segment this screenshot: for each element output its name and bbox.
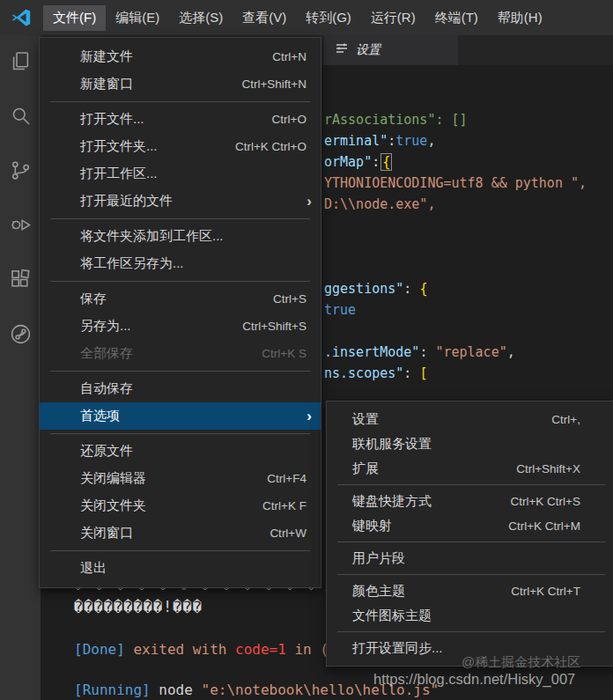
- menu-item-label: 将工作区另存为...: [80, 255, 306, 272]
- remote-explorer-icon: [9, 322, 33, 350]
- menubar-item-edit[interactable]: 编辑(E): [106, 5, 169, 31]
- menu-item-shortcut: Ctrl+Shift+X: [516, 462, 580, 475]
- source-control-icon: [9, 158, 33, 186]
- search-icon: [9, 104, 33, 131]
- menu-item-save-all[interactable]: 全部保存Ctrl+K S: [40, 340, 321, 367]
- menu-item-label: 颜色主题: [352, 583, 511, 600]
- menu-item-save-workspace-as[interactable]: 将工作区另存为...: [40, 250, 321, 277]
- menubar-item-selection[interactable]: 选择(S): [169, 5, 233, 31]
- menu-item-open-recent[interactable]: 打开最近的文件›: [40, 188, 321, 215]
- submenu-item-keymaps[interactable]: 键映射Ctrl+K Ctrl+M: [327, 513, 613, 538]
- submenu-item-online-settings[interactable]: 联机服务设置: [327, 431, 613, 456]
- menubar-item-help[interactable]: 帮助(H): [488, 5, 552, 31]
- menu-item-label: 退出: [80, 560, 306, 577]
- menu-item-shortcut: Ctrl+K Ctrl+O: [235, 140, 306, 153]
- menu-item-shortcut: Ctrl+W: [270, 527, 306, 540]
- menu-item-save[interactable]: 保存Ctrl+S: [40, 285, 321, 313]
- menu-item-label: 关闭文件夹: [80, 497, 262, 514]
- menu-item-auto-save[interactable]: 自动保存: [40, 375, 321, 402]
- activity-item-extensions[interactable]: [0, 254, 41, 308]
- run-debug-icon: [9, 213, 33, 240]
- code-line: true: [324, 301, 356, 319]
- menu-item-label: 设置: [352, 411, 551, 428]
- terminal-line: ���������!���: [74, 598, 203, 615]
- menu-item-label: 关闭编辑器: [80, 470, 267, 487]
- menu-separator: [50, 101, 310, 102]
- menu-item-save-as[interactable]: 另存为...Ctrl+Shift+S: [40, 313, 321, 340]
- code-line: ns.scopes": [: [324, 365, 427, 382]
- menu-item-shortcut: Ctrl+Shift+N: [241, 77, 306, 91]
- menu-item-label: 用户片段: [352, 550, 580, 567]
- submenu-item-file-icon-theme[interactable]: 文件图标主题: [327, 603, 613, 628]
- submenu-item-keyboard-shortcuts[interactable]: 键盘快捷方式Ctrl+K Ctrl+S: [327, 489, 613, 513]
- menu-item-add-folder-to-workspace[interactable]: 将文件夹添加到工作区...: [40, 223, 321, 250]
- submenu-item-user-snippets[interactable]: 用户片段: [327, 546, 613, 571]
- menu-item-label: 打开工作区...: [80, 166, 306, 182]
- vscode-logo-icon: [11, 7, 32, 28]
- menu-item-label: 另存为...: [80, 318, 242, 335]
- menu-item-open-folder[interactable]: 打开文件夹...Ctrl+K Ctrl+O: [40, 133, 321, 160]
- menu-item-new-window[interactable]: 新建窗口Ctrl+Shift+N: [40, 70, 321, 98]
- menu-item-open-workspace[interactable]: 打开工作区...: [40, 160, 321, 188]
- settings-editor-icon: [335, 41, 349, 59]
- menu-item-preferences[interactable]: 首选项›: [40, 402, 321, 430]
- menubar-item-run[interactable]: 运行(R): [361, 5, 425, 31]
- menu-item-label: 自动保存: [80, 380, 306, 397]
- submenu-item-settings[interactable]: 设置Ctrl+,: [327, 407, 613, 431]
- code-line: YTHONIOENCODING=utf8 && python ",: [324, 174, 587, 192]
- menu-separator: [337, 484, 605, 485]
- menubar-item-file[interactable]: 文件(F): [43, 5, 106, 31]
- activity-item-explorer[interactable]: [0, 35, 41, 90]
- menu-item-revert-file[interactable]: 还原文件: [40, 438, 321, 465]
- menu-item-shortcut: Ctrl+,: [551, 413, 580, 426]
- vscode-window: 文件(F)编辑(E)选择(S)查看(V)转到(G)运行(R)终端(T)帮助(H)…: [0, 0, 613, 700]
- menu-item-label: 键映射: [352, 518, 508, 534]
- menu-separator: [337, 631, 605, 632]
- terminal-line: [Done] exited with code=1 in (: [74, 641, 329, 658]
- menubar-item-terminal[interactable]: 终端(T): [425, 5, 488, 31]
- menu-item-label: 首选项: [80, 408, 306, 424]
- extensions-icon: [9, 268, 33, 295]
- menu-separator: [50, 371, 310, 372]
- code-line: erminal":true,: [324, 132, 435, 150]
- menu-item-exit[interactable]: 退出: [40, 555, 321, 582]
- submenu-item-color-theme[interactable]: 颜色主题Ctrl+K Ctrl+T: [327, 578, 613, 603]
- activity-item-source-control[interactable]: [0, 144, 41, 199]
- activity-item-remote-explorer[interactable]: [0, 308, 41, 363]
- menu-item-close-folder[interactable]: 关闭文件夹Ctrl+K F: [40, 492, 321, 519]
- explorer-icon: [9, 49, 33, 77]
- menu-item-label: 联机服务设置: [352, 436, 580, 453]
- menu-item-label: 还原文件: [80, 443, 306, 460]
- menubar-item-view[interactable]: 查看(V): [233, 5, 296, 31]
- menu-separator: [50, 550, 310, 551]
- submenu-item-extensions[interactable]: 扩展Ctrl+Shift+X: [327, 456, 613, 481]
- menu-item-label: 键盘快捷方式: [352, 493, 510, 510]
- menu-item-shortcut: Ctrl+O: [272, 113, 306, 126]
- code-line: rAssociations": []: [324, 111, 468, 129]
- menu-item-label: 新建窗口: [80, 76, 241, 92]
- menu-separator: [50, 281, 310, 282]
- menu-item-label: 文件图标主题: [352, 608, 580, 624]
- preferences-submenu: 设置Ctrl+,联机服务设置扩展Ctrl+Shift+X键盘快捷方式Ctrl+K…: [326, 401, 613, 667]
- menu-item-label: 保存: [80, 291, 273, 307]
- menu-separator: [337, 542, 605, 542]
- menu-item-open-file[interactable]: 打开文件...Ctrl+O: [40, 106, 321, 133]
- menu-item-shortcut: Ctrl+N: [272, 50, 306, 63]
- menu-item-shortcut: Ctrl+F4: [267, 472, 306, 485]
- submenu-chevron-icon: ›: [306, 408, 312, 425]
- menu-item-close-editor[interactable]: 关闭编辑器Ctrl+F4: [40, 465, 321, 492]
- menu-item-shortcut: Ctrl+K Ctrl+T: [511, 585, 580, 598]
- menu-item-label: 全部保存: [80, 345, 262, 362]
- menu-item-shortcut: Ctrl+K Ctrl+M: [508, 519, 580, 533]
- activity-bar: [0, 35, 41, 700]
- tab-settings[interactable]: 设置: [324, 35, 458, 65]
- activity-item-run-debug[interactable]: [0, 199, 41, 254]
- menu-item-shortcut: Ctrl+S: [273, 292, 306, 306]
- menu-item-label: 关闭窗口: [80, 525, 270, 542]
- file-menu-dropdown: 新建文件Ctrl+N新建窗口Ctrl+Shift+N打开文件...Ctrl+O打…: [39, 37, 321, 588]
- menu-item-new-file[interactable]: 新建文件Ctrl+N: [40, 43, 321, 70]
- activity-item-search[interactable]: [0, 90, 41, 144]
- menubar-item-go[interactable]: 转到(G): [296, 5, 361, 31]
- menu-item-close-window[interactable]: 关闭窗口Ctrl+W: [40, 519, 321, 547]
- menubar: 文件(F)编辑(E)选择(S)查看(V)转到(G)运行(R)终端(T)帮助(H): [43, 5, 552, 31]
